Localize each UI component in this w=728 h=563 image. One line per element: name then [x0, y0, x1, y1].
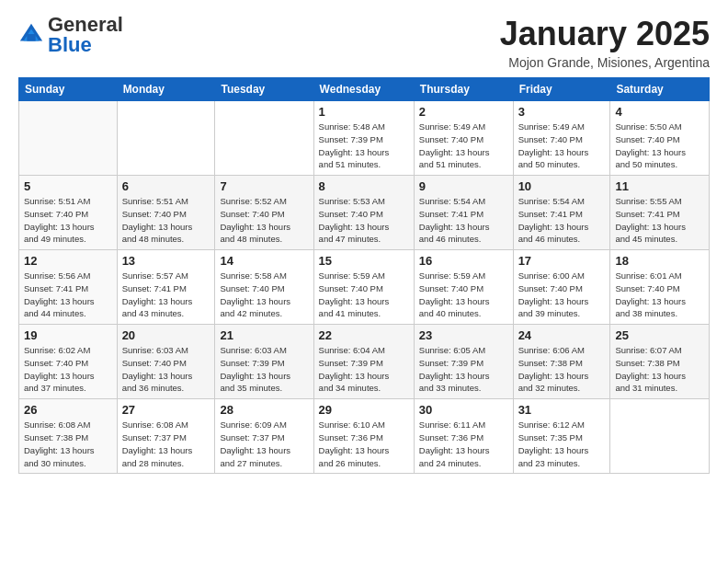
day-number: 10: [518, 179, 606, 193]
day-number: 31: [518, 403, 606, 417]
day-number: 6: [122, 179, 210, 193]
day-info: Sunrise: 6:03 AM Sunset: 7:39 PM Dayligh…: [220, 344, 308, 395]
header: General Blue January 2025 Mojon Grande, …: [18, 15, 710, 70]
day-info: Sunrise: 6:08 AM Sunset: 7:38 PM Dayligh…: [24, 419, 112, 469]
calendar-cell: 20Sunrise: 6:03 AM Sunset: 7:40 PM Dayli…: [117, 325, 215, 399]
day-number: 11: [615, 179, 704, 193]
calendar-cell: 2Sunrise: 5:49 AM Sunset: 7:40 PM Daylig…: [414, 101, 513, 176]
day-number: 7: [220, 179, 308, 193]
logo-text: General Blue: [48, 15, 123, 55]
calendar: Sunday Monday Tuesday Wednesday Thursday…: [18, 77, 710, 474]
logo-icon: [18, 22, 44, 48]
day-number: 30: [419, 403, 508, 417]
day-info: Sunrise: 5:54 AM Sunset: 7:41 PM Dayligh…: [518, 195, 606, 246]
day-info: Sunrise: 6:11 AM Sunset: 7:36 PM Dayligh…: [419, 419, 508, 469]
calendar-cell: 28Sunrise: 6:09 AM Sunset: 7:37 PM Dayli…: [215, 399, 313, 474]
day-number: 24: [518, 328, 606, 342]
calendar-cell: 17Sunrise: 6:00 AM Sunset: 7:40 PM Dayli…: [513, 250, 610, 325]
month-title: January 2025: [500, 15, 710, 53]
col-sunday: Sunday: [19, 78, 118, 101]
day-number: 27: [122, 403, 210, 417]
calendar-cell: 15Sunrise: 5:59 AM Sunset: 7:40 PM Dayli…: [313, 250, 414, 325]
col-wednesday: Wednesday: [313, 78, 414, 101]
calendar-cell: [610, 399, 710, 474]
col-friday: Friday: [513, 78, 610, 101]
calendar-cell: 14Sunrise: 5:58 AM Sunset: 7:40 PM Dayli…: [215, 250, 313, 325]
col-monday: Monday: [117, 78, 215, 101]
day-number: 13: [122, 254, 210, 268]
day-number: 20: [122, 328, 210, 342]
day-number: 25: [615, 328, 704, 342]
day-info: Sunrise: 5:52 AM Sunset: 7:40 PM Dayligh…: [220, 195, 308, 246]
calendar-cell: 11Sunrise: 5:55 AM Sunset: 7:41 PM Dayli…: [610, 176, 710, 250]
calendar-cell: 21Sunrise: 6:03 AM Sunset: 7:39 PM Dayli…: [215, 325, 313, 399]
calendar-week-row: 1Sunrise: 5:48 AM Sunset: 7:39 PM Daylig…: [19, 101, 710, 176]
calendar-cell: [215, 101, 313, 176]
calendar-week-row: 5Sunrise: 5:51 AM Sunset: 7:40 PM Daylig…: [19, 176, 710, 250]
calendar-cell: 3Sunrise: 5:49 AM Sunset: 7:40 PM Daylig…: [513, 101, 610, 176]
calendar-cell: 23Sunrise: 6:05 AM Sunset: 7:39 PM Dayli…: [414, 325, 513, 399]
day-number: 1: [319, 105, 409, 119]
day-info: Sunrise: 6:01 AM Sunset: 7:40 PM Dayligh…: [615, 270, 704, 320]
calendar-cell: 26Sunrise: 6:08 AM Sunset: 7:38 PM Dayli…: [19, 399, 118, 474]
calendar-cell: 12Sunrise: 5:56 AM Sunset: 7:41 PM Dayli…: [19, 250, 118, 325]
day-number: 18: [615, 254, 704, 268]
calendar-cell: 31Sunrise: 6:12 AM Sunset: 7:35 PM Dayli…: [513, 399, 610, 474]
day-info: Sunrise: 6:08 AM Sunset: 7:37 PM Dayligh…: [122, 419, 210, 469]
day-info: Sunrise: 5:49 AM Sunset: 7:40 PM Dayligh…: [419, 121, 508, 171]
day-number: 21: [220, 328, 308, 342]
calendar-cell: 8Sunrise: 5:53 AM Sunset: 7:40 PM Daylig…: [313, 176, 414, 250]
calendar-week-row: 26Sunrise: 6:08 AM Sunset: 7:38 PM Dayli…: [19, 399, 710, 474]
page: General Blue January 2025 Mojon Grande, …: [0, 0, 728, 488]
calendar-cell: 29Sunrise: 6:10 AM Sunset: 7:36 PM Dayli…: [313, 399, 414, 474]
day-number: 4: [615, 105, 704, 119]
day-info: Sunrise: 5:59 AM Sunset: 7:40 PM Dayligh…: [419, 270, 508, 320]
calendar-cell: 30Sunrise: 6:11 AM Sunset: 7:36 PM Dayli…: [414, 399, 513, 474]
col-saturday: Saturday: [610, 78, 710, 101]
calendar-cell: 7Sunrise: 5:52 AM Sunset: 7:40 PM Daylig…: [215, 176, 313, 250]
calendar-cell: 24Sunrise: 6:06 AM Sunset: 7:38 PM Dayli…: [513, 325, 610, 399]
calendar-cell: 18Sunrise: 6:01 AM Sunset: 7:40 PM Dayli…: [610, 250, 710, 325]
col-thursday: Thursday: [414, 78, 513, 101]
day-info: Sunrise: 6:02 AM Sunset: 7:40 PM Dayligh…: [24, 344, 112, 395]
calendar-week-row: 19Sunrise: 6:02 AM Sunset: 7:40 PM Dayli…: [19, 325, 710, 399]
day-info: Sunrise: 5:53 AM Sunset: 7:40 PM Dayligh…: [319, 195, 409, 246]
day-info: Sunrise: 5:51 AM Sunset: 7:40 PM Dayligh…: [122, 195, 210, 246]
day-number: 3: [518, 105, 606, 119]
calendar-cell: 10Sunrise: 5:54 AM Sunset: 7:41 PM Dayli…: [513, 176, 610, 250]
day-number: 8: [319, 179, 409, 193]
day-info: Sunrise: 5:49 AM Sunset: 7:40 PM Dayligh…: [518, 121, 606, 171]
day-info: Sunrise: 5:57 AM Sunset: 7:41 PM Dayligh…: [122, 270, 210, 320]
day-number: 28: [220, 403, 308, 417]
day-info: Sunrise: 5:59 AM Sunset: 7:40 PM Dayligh…: [319, 270, 409, 320]
calendar-header-row: Sunday Monday Tuesday Wednesday Thursday…: [19, 78, 710, 101]
title-block: January 2025 Mojon Grande, Misiones, Arg…: [500, 15, 710, 70]
logo-blue: Blue: [48, 33, 92, 56]
day-info: Sunrise: 6:04 AM Sunset: 7:39 PM Dayligh…: [319, 344, 409, 395]
calendar-cell: 25Sunrise: 6:07 AM Sunset: 7:38 PM Dayli…: [610, 325, 710, 399]
calendar-week-row: 12Sunrise: 5:56 AM Sunset: 7:41 PM Dayli…: [19, 250, 710, 325]
day-info: Sunrise: 5:58 AM Sunset: 7:40 PM Dayligh…: [220, 270, 308, 320]
location-subtitle: Mojon Grande, Misiones, Argentina: [500, 55, 710, 70]
col-tuesday: Tuesday: [215, 78, 313, 101]
logo: General Blue: [18, 15, 123, 55]
day-number: 12: [24, 254, 112, 268]
day-number: 23: [419, 328, 508, 342]
calendar-cell: 5Sunrise: 5:51 AM Sunset: 7:40 PM Daylig…: [19, 176, 118, 250]
calendar-cell: 27Sunrise: 6:08 AM Sunset: 7:37 PM Dayli…: [117, 399, 215, 474]
calendar-cell: 22Sunrise: 6:04 AM Sunset: 7:39 PM Dayli…: [313, 325, 414, 399]
day-number: 16: [419, 254, 508, 268]
day-info: Sunrise: 6:10 AM Sunset: 7:36 PM Dayligh…: [319, 419, 409, 469]
calendar-cell: 1Sunrise: 5:48 AM Sunset: 7:39 PM Daylig…: [313, 101, 414, 176]
calendar-cell: 9Sunrise: 5:54 AM Sunset: 7:41 PM Daylig…: [414, 176, 513, 250]
calendar-cell: 6Sunrise: 5:51 AM Sunset: 7:40 PM Daylig…: [117, 176, 215, 250]
day-info: Sunrise: 5:56 AM Sunset: 7:41 PM Dayligh…: [24, 270, 112, 320]
day-number: 15: [319, 254, 409, 268]
day-info: Sunrise: 5:55 AM Sunset: 7:41 PM Dayligh…: [615, 195, 704, 246]
day-info: Sunrise: 5:50 AM Sunset: 7:40 PM Dayligh…: [615, 121, 704, 171]
day-info: Sunrise: 6:06 AM Sunset: 7:38 PM Dayligh…: [518, 344, 606, 395]
day-info: Sunrise: 5:48 AM Sunset: 7:39 PM Dayligh…: [319, 121, 409, 171]
day-number: 9: [419, 179, 508, 193]
svg-rect-2: [27, 34, 35, 40]
calendar-cell: [19, 101, 118, 176]
